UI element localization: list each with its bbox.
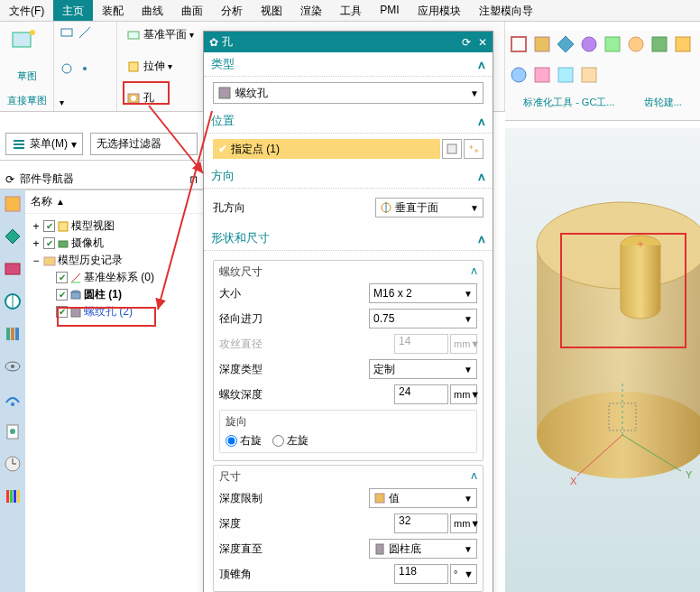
chevron-up-icon[interactable]: ʌ [478, 170, 485, 183]
tipangle-input[interactable]: 118 [394, 564, 448, 584]
pin-icon[interactable]: ⊓ [189, 173, 198, 186]
section-position[interactable]: 位置ʌ [204, 109, 493, 134]
specify-point-field[interactable]: ✔指定点 (1) [213, 139, 440, 159]
chevron-up-icon[interactable]: ʌ [478, 232, 485, 245]
svg-rect-28 [5, 197, 20, 211]
sketch-button[interactable] [5, 25, 48, 58]
radio-right[interactable]: 右旋 [226, 433, 262, 449]
svg-line-3 [79, 27, 90, 38]
rail-color-icon[interactable] [4, 487, 22, 505]
rail-constraints-icon[interactable] [4, 227, 22, 245]
hole-dialog: ✿孔 ⟳✕ 类型ʌ 螺纹孔 ▼ 位置ʌ ✔指定点 (1) ⁺₊ 方向ʌ 孔方向 … [203, 31, 493, 592]
column-header[interactable]: 名称 ▲ [25, 190, 203, 214]
radio-left[interactable]: 左旋 [272, 433, 309, 449]
radial-select[interactable]: 0.75▼ [369, 309, 477, 328]
tree-camera[interactable]: +✔摄像机 [31, 235, 198, 252]
rail-assembly-icon[interactable] [4, 195, 22, 213]
tree-model-view[interactable]: +✔模型视图 [31, 217, 198, 235]
tool-icon-7[interactable] [649, 34, 669, 54]
svg-rect-2 [61, 29, 72, 36]
rail-history-icon[interactable] [4, 455, 22, 473]
rail-doc-icon[interactable] [4, 422, 22, 440]
point-icon[interactable] [78, 61, 92, 76]
svg-point-37 [11, 365, 14, 368]
depthtype-label: 深度类型 [219, 362, 291, 377]
tool-icon-9[interactable] [509, 65, 529, 85]
folder-icon [43, 254, 56, 267]
tool-icon-11[interactable] [556, 65, 576, 85]
chevron-up-icon[interactable]: ʌ [471, 264, 477, 280]
rr-label-1: 标准化工具 - GC工... [523, 96, 614, 116]
depthtype-select[interactable]: 定制▼ [369, 359, 477, 379]
dialog-header[interactable]: ✿孔 ⟳✕ [204, 32, 493, 52]
tool-icon-8[interactable] [673, 34, 693, 54]
thread-dim-label: 螺纹尺寸 [219, 264, 262, 280]
svg-rect-0 [13, 32, 31, 47]
viewport-3d[interactable]: + X Y [505, 128, 700, 592]
nav-refresh-icon[interactable]: ⟳ [5, 173, 14, 186]
filter-dropdown[interactable]: 无选择过滤器 [90, 133, 198, 155]
rail-wifi-icon[interactable] [4, 390, 22, 408]
rail-books-icon[interactable] [4, 325, 22, 343]
line-icon[interactable] [78, 25, 92, 40]
rail-eye-icon[interactable] [4, 357, 22, 375]
hole-dir-select[interactable]: 垂直于面▼ [375, 198, 484, 217]
chevron-up-icon[interactable]: ʌ [478, 58, 485, 71]
tab-pmi[interactable]: PMI [371, 0, 408, 21]
tab-view[interactable]: 视图 [252, 0, 291, 21]
threaddepth-unit[interactable]: mm▼ [450, 384, 477, 404]
tab-app[interactable]: 应用模块 [409, 0, 470, 21]
menu-dropdown[interactable]: 菜单(M) ▾ [5, 133, 83, 155]
circle-icon[interactable] [60, 61, 74, 76]
tab-assembly[interactable]: 装配 [93, 0, 133, 21]
tab-home[interactable]: 主页 [53, 0, 93, 21]
tool-icon-12[interactable] [579, 65, 599, 85]
tool-icon-10[interactable] [532, 65, 552, 85]
tipangle-label: 顶锥角 [219, 567, 291, 582]
close-icon[interactable]: ✕ [478, 36, 487, 49]
hole-type-select[interactable]: 螺纹孔 ▼ [213, 82, 484, 104]
depthlimit-select[interactable]: 值▼ [369, 488, 477, 508]
tab-tools[interactable]: 工具 [331, 0, 371, 21]
tool-icon-4[interactable] [579, 34, 599, 54]
tapdia-label: 攻丝直径 [219, 337, 291, 352]
tab-render[interactable]: 渲染 [291, 0, 331, 21]
tree-datum-csys[interactable]: ✔基准坐标系 (0) [31, 269, 198, 286]
section-shape[interactable]: 形状和尺寸ʌ [204, 227, 493, 251]
tipangle-unit[interactable]: °▼ [450, 564, 477, 584]
section-direction[interactable]: 方向ʌ [204, 164, 493, 189]
csys-icon [69, 272, 82, 284]
point-dialog-button[interactable]: ⁺₊ [464, 139, 484, 159]
svg-point-1 [30, 30, 35, 35]
tool-icon-1[interactable] [509, 34, 529, 54]
svg-rect-6 [128, 32, 139, 39]
svg-text:X: X [570, 476, 577, 486]
tree-history[interactable]: −模型历史记录 [31, 252, 198, 269]
depth-input[interactable]: 32 [394, 513, 448, 533]
tool-icon-5[interactable] [603, 34, 622, 54]
tool-icon-3[interactable] [556, 34, 576, 54]
threaddepth-input[interactable]: 24 [394, 384, 448, 404]
tab-analysis[interactable]: 分析 [212, 0, 252, 21]
tool-icon-2[interactable] [532, 34, 552, 54]
reset-icon[interactable]: ⟳ [462, 36, 471, 49]
tapdia-input: 14 [394, 334, 448, 354]
menu-file[interactable]: 文件(F) [0, 0, 53, 21]
depth-unit[interactable]: mm▼ [450, 513, 477, 533]
svg-rect-45 [10, 490, 13, 503]
tab-surface[interactable]: 曲面 [172, 0, 212, 21]
tab-curve[interactable]: 曲线 [133, 0, 172, 21]
depthto-select[interactable]: 圆柱底▼ [369, 539, 477, 559]
tree-cylinder[interactable]: ✔圆柱 (1) [31, 286, 198, 303]
chevron-up-icon[interactable]: ʌ [471, 469, 477, 485]
size-select[interactable]: M16 x 2▼ [369, 283, 477, 303]
rect-icon[interactable] [60, 25, 74, 40]
tool-icon-6[interactable] [626, 34, 646, 54]
tree-thread-hole[interactable]: ✔螺纹孔 (2) [31, 303, 198, 320]
rail-part-icon[interactable] [4, 260, 22, 278]
sketch-section-button[interactable] [442, 139, 462, 159]
chevron-up-icon[interactable]: ʌ [478, 115, 485, 128]
section-type[interactable]: 类型ʌ [204, 52, 493, 77]
tab-mold[interactable]: 注塑模向导 [470, 0, 542, 21]
rail-nav-icon[interactable] [4, 292, 22, 310]
